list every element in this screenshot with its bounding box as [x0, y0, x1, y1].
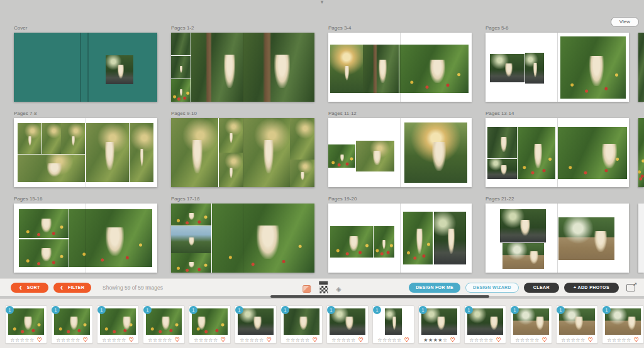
thumbnail-photo[interactable]: 1: [421, 308, 457, 335]
thumbnail-photo[interactable]: 1: [330, 308, 365, 335]
heart-favorite-icon[interactable]: ♡: [634, 337, 639, 343]
star-rating[interactable]: ☆☆☆☆☆: [240, 337, 264, 343]
thumbnail-photo[interactable]: 1: [238, 308, 274, 335]
heart-favorite-icon[interactable]: ♡: [267, 337, 272, 343]
spread-pages-19-20[interactable]: [328, 204, 472, 273]
clear-button[interactable]: CLEAR: [524, 283, 559, 293]
thumbnail-photo[interactable]: 1: [192, 308, 228, 335]
heart-favorite-icon[interactable]: ♡: [450, 337, 455, 343]
filmstrip-thumbnail[interactable]: 1 ☆☆☆☆☆ ♡: [189, 305, 231, 344]
toolbar-left-group: ❮ SORT ❮ FILTER Showing 59 of 59 Images: [11, 283, 163, 293]
rating-row: ☆☆☆☆☆ ♡: [8, 335, 44, 345]
heart-favorite-icon[interactable]: ♡: [83, 337, 88, 343]
star-rating[interactable]: ★★★★☆: [423, 337, 447, 343]
thumbnail-photo[interactable]: 1: [8, 308, 44, 335]
filmstrip-thumbnail[interactable]: 1 ☆☆☆☆☆ ♡: [602, 305, 644, 344]
rating-row: ☆☆☆☆☆ ♡: [100, 335, 136, 345]
heart-favorite-icon[interactable]: ♡: [542, 337, 547, 343]
design-for-me-button[interactable]: DESIGN FOR ME: [409, 283, 460, 293]
export-window-icon[interactable]: ↗: [626, 284, 635, 291]
spread-pages-7-8[interactable]: [14, 118, 157, 187]
spread-photo: [171, 118, 218, 187]
usage-count-badge: 1: [52, 306, 60, 314]
spread-pages-13-14[interactable]: [486, 118, 629, 187]
thumbnail-photo[interactable]: 1: [513, 308, 549, 335]
spread-pages-21-22[interactable]: [486, 204, 629, 273]
thumbnail-photo[interactable]: 1: [467, 308, 503, 335]
rating-row: ☆☆☆☆☆ ♡: [605, 335, 641, 345]
heart-favorite-icon[interactable]: ♡: [37, 337, 42, 343]
filmstrip-thumbnail[interactable]: 1 ☆☆☆☆☆ ♡: [464, 305, 506, 344]
star-rating[interactable]: ☆☆☆☆☆: [331, 337, 355, 343]
filmstrip-thumbnail[interactable]: 1 ☆☆☆☆☆ ♡: [556, 305, 598, 344]
spread-label: Pages 13-14: [486, 111, 629, 117]
star-rating[interactable]: ☆☆☆☆☆: [607, 337, 631, 343]
spread-pages-15-16[interactable]: [14, 204, 157, 273]
filmstrip-thumbnail[interactable]: 1 ☆☆☆☆☆ ♡: [51, 305, 93, 344]
star-rating[interactable]: ☆☆☆☆☆: [148, 337, 172, 343]
thumbnail-photo[interactable]: 1: [605, 308, 641, 335]
usage-count-badge: 1: [602, 306, 611, 314]
rating-row: ★★★★☆ ♡: [421, 335, 457, 345]
heart-favorite-icon[interactable]: ♡: [221, 337, 226, 343]
filmstrip-thumbnail[interactable]: 1 ☆☆☆☆☆ ♡: [510, 305, 552, 344]
filmstrip-thumbnail[interactable]: 1 ☆☆☆☆☆ ♡: [143, 305, 185, 344]
thumbnail-photo[interactable]: 1: [100, 308, 136, 335]
heart-favorite-icon[interactable]: ♡: [404, 337, 409, 343]
filter-button[interactable]: ❮ FILTER: [53, 283, 91, 293]
photos-view-icon[interactable]: [303, 285, 311, 293]
star-rating[interactable]: ☆☆☆☆☆: [10, 337, 34, 343]
spread-pages-3-4[interactable]: [328, 33, 472, 102]
spread-label: Pages 3-4: [328, 25, 472, 31]
partial-spread-edge[interactable]: [638, 118, 644, 187]
thumbnail-photo[interactable]: 1: [54, 308, 90, 335]
sort-button[interactable]: ❮ SORT: [11, 283, 48, 293]
heart-favorite-icon[interactable]: ♡: [588, 337, 593, 343]
filmstrip-thumbnail[interactable]: 1 ☆☆☆☆☆ ♡: [372, 305, 414, 344]
collapse-panel-arrow-icon[interactable]: ▾: [321, 0, 324, 5]
star-rating[interactable]: ☆☆☆☆☆: [515, 337, 539, 343]
filmstrip-thumbnail[interactable]: 1 ☆☆☆☆☆ ♡: [235, 305, 277, 344]
spread-photo: [69, 209, 152, 267]
heart-favorite-icon[interactable]: ♡: [358, 337, 364, 343]
add-photos-button[interactable]: + ADD PHOTOS: [564, 283, 619, 293]
spread-photo: [518, 127, 555, 179]
filmstrip-scrollbar[interactable]: [270, 295, 489, 298]
heart-favorite-icon[interactable]: ♡: [175, 337, 180, 343]
usage-count-badge: 1: [143, 306, 152, 314]
rating-row: ☆☆☆☆☆ ♡: [513, 335, 549, 345]
spread-pages-11-12[interactable]: [328, 118, 472, 187]
filmstrip-thumbnail[interactable]: 1 ★★★★☆ ♡: [418, 305, 460, 344]
thumbnail-photo[interactable]: 1: [375, 308, 411, 335]
spread-cell-pages-15-16: Pages 15-16: [14, 196, 157, 273]
spread-pages-1-2[interactable]: [171, 33, 314, 102]
grid-view-icon[interactable]: [319, 281, 328, 293]
heart-favorite-icon[interactable]: ♡: [496, 337, 501, 343]
star-rating[interactable]: ☆☆☆☆☆: [286, 337, 309, 343]
spread-pages-9-10[interactable]: [171, 118, 314, 187]
thumbnail-photo[interactable]: 1: [284, 308, 319, 335]
spread-pages-5-6[interactable]: [486, 33, 629, 102]
spread-cover[interactable]: [14, 33, 157, 102]
thumbnail-photo[interactable]: 1: [559, 308, 595, 335]
spread-pages-17-18[interactable]: [171, 204, 314, 273]
star-rating[interactable]: ☆☆☆☆☆: [377, 337, 401, 343]
heart-favorite-icon[interactable]: ♡: [313, 337, 318, 343]
thumbnail-photo[interactable]: 1: [146, 308, 182, 335]
filmstrip-thumbnail[interactable]: 1 ☆☆☆☆☆ ♡: [5, 305, 47, 344]
thumbnail-image: [54, 308, 90, 335]
star-rating[interactable]: ☆☆☆☆☆: [469, 337, 493, 343]
partial-spread-edge[interactable]: [638, 33, 644, 102]
partial-spread-edge[interactable]: [638, 204, 644, 273]
star-rating[interactable]: ☆☆☆☆☆: [102, 337, 126, 343]
filmstrip-thumbnail[interactable]: 1 ☆☆☆☆☆ ♡: [280, 305, 323, 344]
showing-count-text: Showing 59 of 59 Images: [103, 285, 163, 291]
stack-view-icon[interactable]: ◈: [336, 285, 341, 293]
heart-favorite-icon[interactable]: ♡: [129, 337, 134, 343]
design-wizard-button[interactable]: DESIGN WIZARD: [465, 283, 519, 293]
star-rating[interactable]: ☆☆☆☆☆: [56, 337, 80, 343]
star-rating[interactable]: ☆☆☆☆☆: [194, 337, 218, 343]
filmstrip-thumbnail[interactable]: 1 ☆☆☆☆☆ ♡: [97, 305, 139, 344]
filmstrip-thumbnail[interactable]: 1 ☆☆☆☆☆ ♡: [326, 305, 369, 344]
star-rating[interactable]: ☆☆☆☆☆: [561, 337, 585, 343]
